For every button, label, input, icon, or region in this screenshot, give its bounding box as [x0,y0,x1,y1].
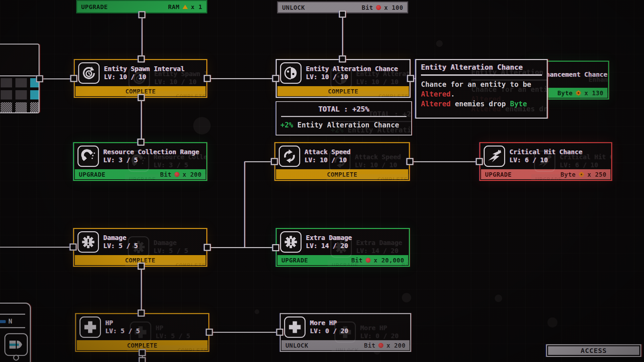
connector-port [70,75,77,82]
skill-node-more-hp[interactable]: More HPLV: 0 / 20UNLOCKBitx 200More HPLV… [280,313,411,352]
connector-port [407,75,414,82]
node-action-bar[interactable]: COMPLETE [277,86,409,96]
link-line [40,78,74,79]
cost: Bitx 200 [364,342,406,349]
text-segment: . [451,90,455,98]
tooltip-line: Altered enemies drop Byte [421,99,542,109]
currency-name: Bit [160,171,171,178]
node-action-bar[interactable]: UPGRADEBitx 200 [75,169,206,179]
node-level: LV: 10 / 10 [306,73,398,81]
gear-alert-icon [280,231,302,253]
link-line [207,78,276,79]
node-action-bar[interactable]: COMPLETE [77,340,208,350]
hub-tile-gray [1,90,12,100]
gear-alert-icon [77,231,99,253]
hub-tile-noise [30,102,40,112]
currency-name: Byte [560,171,576,178]
total-divider [281,116,407,117]
connector-port [138,56,145,63]
crit-icon [484,145,505,167]
node-level: LV: 0 / 20 [310,327,348,335]
connector-port [138,139,145,146]
byte-icon [579,172,584,177]
connector-port [70,244,77,251]
node-action-label: UPGRADE [79,171,105,178]
skill-node-attack-speed[interactable]: Attack SpeedLV: 10 / 10COMPLETEAttack Sp… [274,142,410,181]
cost-amount: x 250 [587,171,606,178]
bit-icon [378,343,383,348]
background-grid [0,0,644,362]
node-action-bar[interactable]: COMPLETE [276,169,408,179]
connector-port [204,75,211,82]
refresh-icon [279,145,300,167]
node-action-label: UPGRADE [81,3,108,10]
currency-name: Bit [364,342,375,349]
text-segment: +2% [280,121,293,129]
link-line [141,266,142,313]
ammo-panel[interactable]: N [0,303,31,362]
node-title: More HP [310,319,348,327]
link-line [142,13,143,59]
hub-tile-noise [1,102,12,112]
text-segment: Altered [421,90,451,98]
connector-port [271,158,278,165]
cost: RAMx 1 [168,3,202,10]
node-level: LV: 3 / 5 [103,156,199,164]
skill-node-damage[interactable]: DamageLV: 5 / 5COMPLETEDamageLV: 5 / 5CO… [73,228,207,267]
plus-icon [79,316,101,338]
connector-port [139,349,146,356]
ammo-chip-icon [0,320,6,323]
node-action-label: UNLOCK [285,342,308,349]
skill-tooltip: Entity Alteration Chance Chance for an e… [415,59,548,119]
bit-icon [376,5,381,10]
hub-tile-gray [15,78,27,87]
tooltip-title: Entity Alteration Chance [421,63,542,71]
bullet-icon-frame [4,333,28,356]
text-segment: Entity Alteration Chance [293,121,399,129]
node-action-label: COMPLETE [127,342,158,349]
connector-port [204,244,211,251]
connector-port [339,56,346,63]
link-line [410,161,479,162]
vignette-overlay [0,0,644,362]
link-line [141,97,142,142]
node-action-label: COMPLETE [327,171,358,178]
connector-port [138,94,145,101]
connector-ring [13,355,19,361]
access-button[interactable]: ACCESS [546,344,641,357]
timer-icon [78,62,100,84]
text-segment: Altered [421,100,451,108]
node-title: Damage [103,234,138,242]
connector-port [138,263,145,270]
currency-name: RAM [168,3,179,10]
skill-node-critical-hit-chance[interactable]: Critical Hit ChanceLV: 6 / 10UPGRADEByte… [479,142,612,181]
skill-node-resource-collection-range[interactable]: Resource Collection RangeLV: 3 / 5UPGRAD… [73,142,207,181]
decor-dot [495,295,502,302]
cost: Bitx 20,000 [351,257,404,264]
skill-node-entity-spawn-interval[interactable]: Entity Spawn IntervalLV: 10 / 10COMPLETE… [74,59,207,98]
text-segment: enemies drop [451,100,510,108]
node-action-bar[interactable]: UPGRADEBytex 250 [481,169,610,179]
text-segment: Byte [510,100,527,108]
skill-node-hp[interactable]: HPLV: 5 / 5COMPLETEHPLV: 5 / 5COMPLETE [75,313,209,352]
link-line [207,247,276,248]
hub-panel[interactable] [0,44,40,113]
cost-amount: x 130 [584,89,603,97]
node-action-bar[interactable]: UNLOCKBitx 200 [281,340,410,350]
currency-name: Bit [362,4,373,11]
node-action-bar[interactable]: UPGRADEBitx 20,000 [277,255,408,265]
access-button-label: ACCESS [548,346,639,355]
magnet-icon [77,145,99,167]
cost-amount: x 200 [182,171,202,178]
connector-port [339,11,346,18]
connector-port [139,11,146,18]
link-line [244,162,245,247]
hub-tile-gray [15,90,27,100]
connector-port [276,329,283,336]
skill-node-entity-alteration-chance[interactable]: Entity Alteration ChanceLV: 10 / 10COMPL… [276,59,411,98]
ram-icon [182,5,188,9]
bit-icon [366,258,371,263]
node-action-label: COMPLETE [328,88,359,95]
skill-node-extra-damage[interactable]: Extra DamageLV: 14 / 20UPGRADEBitx 20,00… [276,228,410,267]
link-line [342,13,343,59]
